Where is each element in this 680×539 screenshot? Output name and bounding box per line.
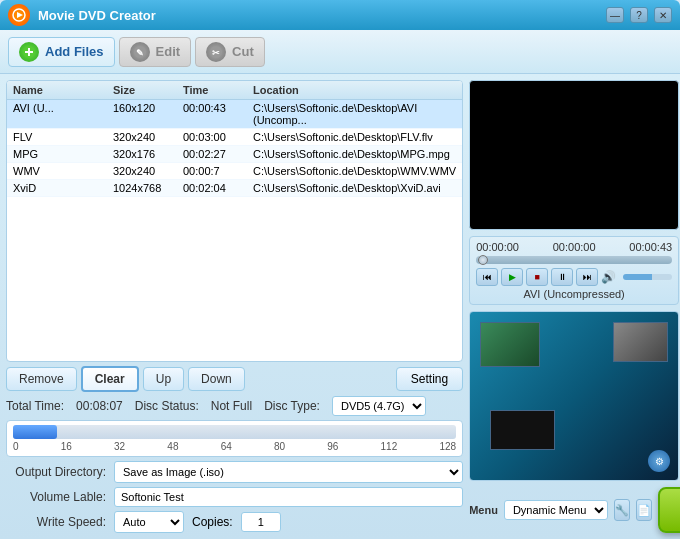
file-location: C:\Users\Softonic.de\Desktop\FLV.flv: [253, 131, 456, 143]
video-name: AVI (Uncompressed): [476, 288, 672, 300]
close-button[interactable]: ✕: [654, 7, 672, 23]
up-button[interactable]: Up: [143, 367, 184, 391]
file-list-header: Name Size Time Location: [7, 81, 462, 100]
table-row[interactable]: AVI (U... 160x120 00:00:43 C:\Users\Soft…: [7, 100, 462, 129]
write-speed-select[interactable]: Auto 1x 2x 4x: [114, 511, 184, 533]
file-size: 320x176: [113, 148, 183, 160]
write-speed-row: Write Speed: Auto 1x 2x 4x Copies:: [6, 511, 463, 533]
menu-style-select[interactable]: Dynamic Menu Static Menu No Menu: [504, 500, 608, 520]
file-location: C:\Users\Softonic.de\Desktop\XviD.avi: [253, 182, 456, 194]
file-time: 00:00:7: [183, 165, 253, 177]
volume-label-input[interactable]: [114, 487, 463, 507]
file-time: 00:02:27: [183, 148, 253, 160]
table-row[interactable]: XviD 1024x768 00:02:04 C:\Users\Softonic…: [7, 180, 462, 197]
setting-button[interactable]: Setting: [396, 367, 463, 391]
file-name: XviD: [13, 182, 113, 194]
disc-type-label: Disc Type:: [264, 399, 320, 413]
stop-button[interactable]: ■: [526, 268, 548, 286]
right-panel: 00:00:00 00:00:00 00:00:43 ⏮ ▶ ■ ⏸ ⏭ 🔊 A…: [469, 80, 679, 533]
window-controls: — ? ✕: [606, 7, 672, 23]
col-name: Name: [13, 84, 113, 96]
menu-thumbnail-1: [480, 322, 540, 367]
col-size: Size: [113, 84, 183, 96]
disc-status-label: Disc Status:: [135, 399, 199, 413]
time-total: 00:00:43: [629, 241, 672, 253]
write-speed-label: Write Speed:: [6, 515, 106, 529]
edit-label: Edit: [156, 44, 181, 59]
table-row[interactable]: MPG 320x176 00:02:27 C:\Users\Softonic.d…: [7, 146, 462, 163]
add-icon: [19, 42, 39, 62]
clear-button[interactable]: Clear: [81, 366, 139, 392]
total-time-value: 00:08:07: [76, 399, 123, 413]
svg-text:✂: ✂: [212, 48, 220, 58]
minimize-button[interactable]: —: [606, 7, 624, 23]
skip-back-button[interactable]: ⏮: [476, 268, 498, 286]
file-time: 00:03:00: [183, 131, 253, 143]
menu-thumbnail-3: [490, 410, 555, 450]
file-size: 320x240: [113, 131, 183, 143]
burn-button[interactable]: Burn: [658, 487, 680, 533]
cut-button[interactable]: ✂ Cut: [195, 37, 265, 67]
volume-label-label: Volume Lable:: [6, 490, 106, 504]
menu-preview-button[interactable]: 📄: [636, 499, 652, 521]
output-directory-row: Output Directory: Save as Image (.iso) D…: [6, 461, 463, 483]
file-buttons: Remove Clear Up Down Setting: [6, 366, 463, 392]
app-title: Movie DVD Creator: [38, 8, 606, 23]
col-location: Location: [253, 84, 456, 96]
file-size: 320x240: [113, 165, 183, 177]
menu-thumbnail-2: [613, 322, 668, 362]
disc-type-select[interactable]: DVD5 (4.7G) DVD9 (8.5G) BD25 BD50: [332, 396, 426, 416]
output-directory-select[interactable]: Save as Image (.iso) D:\ E:\: [114, 461, 463, 483]
file-name: FLV: [13, 131, 113, 143]
control-buttons: ⏮ ▶ ■ ⏸ ⏭ 🔊: [476, 268, 672, 286]
output-directory-label: Output Directory:: [6, 465, 106, 479]
skip-forward-button[interactable]: ⏭: [576, 268, 598, 286]
pause-button[interactable]: ⏸: [551, 268, 573, 286]
bottom-row: Menu Dynamic Menu Static Menu No Menu 🔧 …: [469, 487, 679, 533]
progress-labels: 0 16 32 48 64 80 96 112 128: [13, 441, 456, 452]
help-button[interactable]: ?: [630, 7, 648, 23]
main-content: Name Size Time Location AVI (U... 160x12…: [0, 74, 680, 539]
add-files-label: Add Files: [45, 44, 104, 59]
file-list-container: Name Size Time Location AVI (U... 160x12…: [6, 80, 463, 362]
col-time: Time: [183, 84, 253, 96]
file-time: 00:00:43: [183, 102, 253, 126]
player-controls: 00:00:00 00:00:00 00:00:43 ⏮ ▶ ■ ⏸ ⏭ 🔊 A…: [469, 236, 679, 305]
menu-settings-button[interactable]: 🔧: [614, 499, 630, 521]
app-logo: [8, 4, 30, 26]
volume-label-row: Volume Lable:: [6, 487, 463, 507]
time-current: 00:00:00: [553, 241, 596, 253]
edit-button[interactable]: ✎ Edit: [119, 37, 192, 67]
file-location: C:\Users\Softonic.de\Desktop\MPG.mpg: [253, 148, 456, 160]
seek-bar[interactable]: [476, 256, 672, 264]
seek-handle[interactable]: [478, 255, 488, 265]
volume-icon[interactable]: 🔊: [601, 270, 616, 284]
volume-bar[interactable]: [623, 274, 672, 280]
copies-label: Copies:: [192, 515, 233, 529]
menu-label: Menu: [469, 504, 498, 516]
copies-input[interactable]: [241, 512, 281, 532]
progress-fill: [13, 425, 57, 439]
file-name: WMV: [13, 165, 113, 177]
down-button[interactable]: Down: [188, 367, 245, 391]
table-row[interactable]: FLV 320x240 00:03:00 C:\Users\Softonic.d…: [7, 129, 462, 146]
disc-status-value: Not Full: [211, 399, 252, 413]
play-button[interactable]: ▶: [501, 268, 523, 286]
progress-area: 0 16 32 48 64 80 96 112 128: [6, 420, 463, 457]
time-start: 00:00:00: [476, 241, 519, 253]
menu-preview: ⚙: [469, 311, 679, 481]
scissors-icon: ✂: [206, 42, 226, 62]
menu-settings-icon: ⚙: [648, 450, 670, 472]
file-list-body[interactable]: AVI (U... 160x120 00:00:43 C:\Users\Soft…: [7, 100, 462, 356]
progress-track: [13, 425, 456, 439]
title-bar: Movie DVD Creator — ? ✕: [0, 0, 680, 30]
remove-button[interactable]: Remove: [6, 367, 77, 391]
toolbar: Add Files ✎ Edit ✂ Cut: [0, 30, 680, 74]
add-files-button[interactable]: Add Files: [8, 37, 115, 67]
svg-text:✎: ✎: [136, 48, 144, 58]
edit-icon: ✎: [130, 42, 150, 62]
file-size: 160x120: [113, 102, 183, 126]
table-row[interactable]: WMV 320x240 00:00:7 C:\Users\Softonic.de…: [7, 163, 462, 180]
file-name: MPG: [13, 148, 113, 160]
file-time: 00:02:04: [183, 182, 253, 194]
